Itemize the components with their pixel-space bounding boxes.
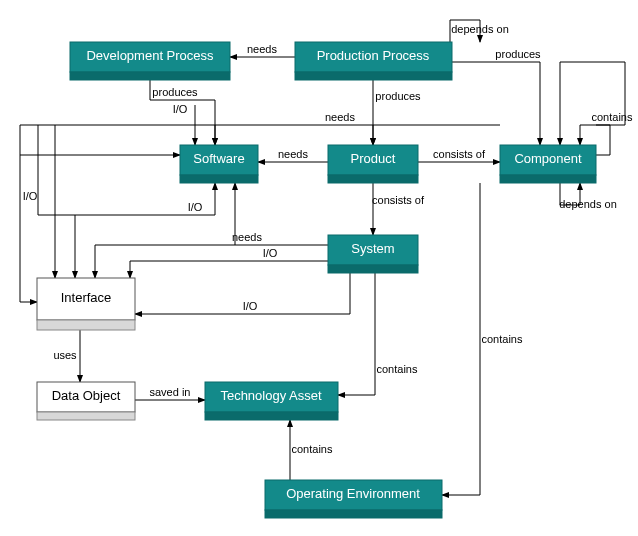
svg-rect-1: [70, 72, 230, 80]
node-production-process: Production Process: [295, 42, 452, 80]
edge-label: I/O: [173, 103, 188, 115]
edge-label: depends on: [451, 23, 509, 35]
node-system: System: [328, 235, 418, 273]
svg-rect-7: [328, 175, 418, 183]
edge-label: saved in: [150, 386, 191, 398]
node-software: Software: [180, 145, 258, 183]
node-label: Technology Asset: [220, 388, 322, 403]
node-label: System: [351, 241, 394, 256]
node-label: Operating Environment: [286, 486, 420, 501]
edge-label: I/O: [243, 300, 258, 312]
edge-label: uses: [53, 349, 77, 361]
node-development-process: Development Process: [70, 42, 230, 80]
edge-label: needs: [232, 231, 262, 243]
diagram-canvas: depends on needs produces produces produ…: [0, 0, 638, 536]
svg-rect-3: [295, 72, 452, 80]
edge-label: needs: [325, 111, 355, 123]
svg-rect-15: [37, 412, 135, 420]
node-label: Production Process: [317, 48, 430, 63]
node-interface: Interface: [37, 278, 135, 330]
node-label: Interface: [61, 290, 112, 305]
node-technology-asset: Technology Asset: [205, 382, 338, 420]
svg-rect-11: [328, 265, 418, 273]
node-label: Software: [193, 151, 244, 166]
node-data-object: Data Object: [37, 382, 135, 420]
edge-label: contains: [292, 443, 333, 455]
edge-label: contains: [377, 363, 418, 375]
svg-rect-19: [265, 510, 442, 518]
node-label: Component: [514, 151, 582, 166]
edge-label: produces: [375, 90, 421, 102]
node-label: Development Process: [86, 48, 214, 63]
edge-label: contains: [482, 333, 523, 345]
node-component: Component: [500, 145, 596, 183]
edge-label: needs: [247, 43, 277, 55]
edge-label: I/O: [23, 190, 38, 202]
edge-label: produces: [495, 48, 541, 60]
edge-label: produces: [152, 86, 198, 98]
edge-label: consists of: [372, 194, 425, 206]
svg-rect-13: [37, 320, 135, 330]
node-operating-environment: Operating Environment: [265, 480, 442, 518]
svg-rect-5: [180, 175, 258, 183]
edge-label: depends on: [559, 198, 617, 210]
edge-label: consists of: [433, 148, 486, 160]
edge-label: I/O: [188, 201, 203, 213]
node-product: Product: [328, 145, 418, 183]
edge-label: I/O: [263, 247, 278, 259]
node-label: Data Object: [52, 388, 121, 403]
edge-label: needs: [278, 148, 308, 160]
edge-label: contains: [592, 111, 633, 123]
node-label: Product: [351, 151, 396, 166]
svg-rect-9: [500, 175, 596, 183]
svg-rect-17: [205, 412, 338, 420]
